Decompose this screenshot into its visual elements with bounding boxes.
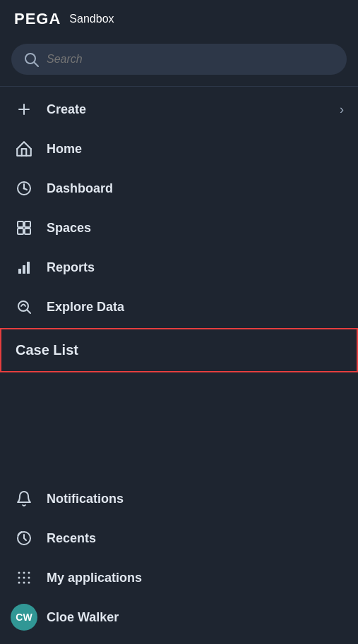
spaces-label: Spaces [47,221,91,236]
sidebar-item-recents[interactable]: Recents [0,518,358,558]
sidebar-item-case-list[interactable]: Case List [0,328,358,372]
svg-rect-11 [23,265,25,274]
search-bar[interactable] [11,44,347,75]
svg-point-17 [28,572,30,574]
svg-point-20 [28,577,30,579]
create-icon [14,99,34,119]
explore-data-icon [14,297,34,317]
svg-rect-8 [18,229,23,234]
sidebar-item-explore-data[interactable]: Explore Data [0,287,358,327]
sidebar-item-spaces[interactable]: Spaces [0,208,358,248]
search-icon [23,51,40,68]
sidebar-item-my-applications[interactable]: My applications [0,558,358,597]
spaces-icon [14,218,34,238]
svg-line-1 [35,63,39,67]
sidebar-item-notifications[interactable]: Notifications [0,479,358,518]
dashboard-icon [14,178,34,198]
create-label: Create [47,102,86,117]
sidebar-item-create[interactable]: Create › [0,90,358,129]
search-input[interactable] [47,53,335,66]
home-icon [14,139,34,159]
home-label: Home [47,142,82,157]
notifications-label: Notifications [47,492,124,506]
bottom-section: Notifications Recents [0,479,358,644]
svg-point-19 [23,577,25,579]
svg-point-15 [18,572,20,574]
sidebar: PEGA Sandbox Create › [0,0,358,644]
search-container [0,38,358,86]
avatar: CW [14,607,34,627]
svg-rect-7 [25,221,30,227]
svg-point-18 [18,577,20,579]
reports-icon [14,257,34,277]
my-applications-icon [14,568,34,588]
pega-logo: PEGA [14,10,61,28]
svg-point-21 [18,582,20,584]
svg-rect-9 [25,229,30,234]
svg-rect-12 [27,262,30,274]
user-name-label: Cloe Walker [47,610,119,625]
sidebar-item-dashboard[interactable]: Dashboard [0,169,358,208]
dashboard-label: Dashboard [47,181,113,196]
svg-point-16 [23,572,25,574]
nav-section: Create › Home [0,90,358,479]
sidebar-item-user-profile[interactable]: CW Cloe Walker [0,597,358,637]
sidebar-item-home[interactable]: Home [0,129,358,169]
svg-point-5 [23,188,25,190]
recents-label: Recents [47,531,96,546]
create-chevron-icon: › [340,102,344,117]
my-applications-label: My applications [47,571,142,585]
top-divider [0,86,358,87]
sidebar-item-reports[interactable]: Reports [0,248,358,287]
recents-icon [14,528,34,548]
svg-point-22 [23,582,25,584]
explore-data-label: Explore Data [47,300,124,315]
environment-label: Sandbox [69,13,114,25]
svg-point-23 [28,582,30,584]
svg-rect-6 [18,221,23,227]
notifications-icon [14,489,34,509]
header: PEGA Sandbox [0,0,358,38]
case-list-label: Case List [16,342,78,358]
user-avatar: CW [11,604,37,631]
svg-rect-10 [18,269,21,274]
reports-label: Reports [47,260,95,275]
